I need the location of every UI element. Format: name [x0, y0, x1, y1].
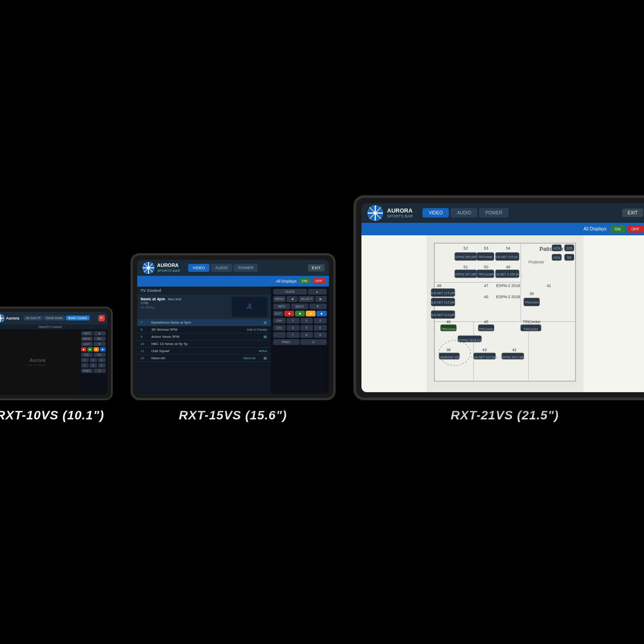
remote-exit[interactable]: EXIT: [273, 311, 284, 316]
svg-rect-19: [434, 243, 575, 381]
aurora-logo-10vs: Aurora: [0, 314, 19, 323]
ctrl-row-4: CH+ CH-: [81, 353, 106, 357]
device-21vs: AURORA SPORTS BAR VIDEO AUDIO POWER EXIT: [353, 195, 644, 422]
remote-panel-15vs: GUIDE ▲ MENU ◀ SELECT ▶ INFO: [271, 287, 329, 394]
remote-n8[interactable]: 8: [300, 332, 313, 338]
ctrl-red[interactable]: ■: [81, 347, 86, 352]
guide-item-2[interactable]: 8 3D Woman 5PM Julie & Friends: [137, 326, 271, 333]
remote-n3[interactable]: 3: [314, 318, 327, 324]
off-button-15vs[interactable]: OFF: [313, 278, 325, 284]
remote-info[interactable]: INFO: [273, 304, 291, 309]
nav-bar-10vs: Aurora AV over IP Dante Audio BoAX Contr…: [0, 312, 107, 324]
on-button-21vs[interactable]: ON: [610, 226, 625, 233]
ctrl-0[interactable]: 0: [94, 369, 106, 373]
remote-n1[interactable]: 1: [287, 318, 299, 324]
remote-yellow[interactable]: ■: [306, 311, 316, 316]
nav-tab-video-15[interactable]: VIDEO: [188, 264, 209, 272]
ctrl-blue[interactable]: ■: [100, 347, 105, 352]
remote-n4[interactable]: 4: [287, 325, 299, 331]
ctrl-info[interactable]: INFO: [81, 331, 93, 336]
show-rating: No Rating: [141, 306, 228, 309]
nav-tab-dante[interactable]: Dante Audio: [44, 316, 65, 320]
ctrl-exit[interactable]: EXIT: [81, 342, 93, 346]
remote-red[interactable]: ■: [284, 311, 294, 316]
remote-guide[interactable]: GUIDE: [273, 289, 307, 295]
nav-tab-audio-21[interactable]: AUDIO: [451, 208, 477, 217]
ctrl-ch-up[interactable]: CH+: [81, 353, 93, 357]
screen-15vs: AURORA SPORTS BAR VIDEO AUDIO POWER EXIT: [137, 260, 329, 394]
svg-text:MLB-NET 215 [A...]: MLB-NET 215 [A...]: [493, 255, 521, 259]
ctrl-row-colors: ■ ■ ■ ■: [81, 347, 106, 352]
svg-text:TRICenter: TRICenter: [478, 272, 492, 275]
remote-up[interactable]: ▲: [308, 289, 327, 295]
ctrl-ch-dn[interactable]: CH-: [94, 353, 106, 357]
guide-item-5[interactable]: 11 Odd Squad Arthur: [137, 348, 271, 355]
svg-text:ESPN-2 2018: ESPN-2 2018: [496, 294, 520, 299]
directv-controls-10vs: INFO ▲ MENU SEL EXIT ▼: [81, 331, 106, 393]
ctrl-dn[interactable]: ▼: [94, 342, 106, 346]
svg-text:MLB-NET 2 209 [A...]: MLB-NET 2 209 [A...]: [492, 272, 522, 276]
ctrl-5[interactable]: 5: [90, 363, 97, 368]
logo-21vs: AURORA SPORTS BAR: [367, 205, 413, 222]
ctrl-up[interactable]: ▲: [94, 331, 106, 336]
remote-blue[interactable]: ■: [316, 311, 326, 316]
svg-text:TRICenter: TRICenter: [441, 327, 456, 330]
ctrl-1[interactable]: 1: [81, 358, 89, 362]
ctrl-2[interactable]: 2: [90, 358, 97, 362]
remote-row-n7: 7 8 9: [273, 332, 327, 338]
directv-preview-10vs: Aurora NO SIGNAL: [0, 331, 80, 393]
devices-row: Aurora AV over IP Dante Audio BoAX Contr…: [0, 195, 644, 422]
ctrl-3[interactable]: 3: [98, 358, 106, 362]
header-15vs: AURORA SPORTS BAR VIDEO AUDIO POWER EXIT: [137, 260, 329, 276]
off-button-21vs[interactable]: OFF: [627, 226, 644, 233]
svg-text:41: 41: [546, 283, 551, 288]
guide-item-3[interactable]: 9 Action News 5PM 📺: [137, 333, 271, 340]
close-button-10vs[interactable]: ✕: [98, 315, 105, 321]
ctrl-yellow[interactable]: ■: [94, 347, 99, 352]
nav-tab-boax[interactable]: BoAX Control: [66, 316, 89, 320]
remote-menu[interactable]: MENU: [273, 296, 286, 302]
preview-logo: Aurora: [29, 357, 45, 363]
tv-control-title-15vs: TV Control: [137, 287, 271, 295]
remote-left[interactable]: ◀: [287, 296, 298, 302]
remote-n9[interactable]: 9: [314, 332, 327, 338]
ctrl-prev[interactable]: PREV: [81, 369, 93, 373]
guide-item-6[interactable]: 12 black-ish black-ish 📺: [137, 355, 271, 362]
remote-right[interactable]: ▶: [315, 296, 326, 302]
nav-tab-avip[interactable]: AV over IP: [24, 316, 43, 320]
nav-tab-power-21[interactable]: POWER: [479, 208, 509, 217]
nav-tab-video-21[interactable]: VIDEO: [422, 208, 449, 217]
remote-green[interactable]: ■: [295, 311, 305, 316]
svg-text:Projector: Projector: [528, 260, 544, 264]
remote-ch-up[interactable]: CH+: [273, 318, 286, 324]
aurora-icon-10vs: [0, 314, 5, 323]
remote-ch-dn[interactable]: CH-: [273, 325, 286, 331]
remote-n0[interactable]: 0: [300, 339, 327, 345]
ctrl-6[interactable]: 6: [98, 363, 106, 368]
exit-btn-21vs[interactable]: EXIT: [622, 209, 643, 217]
remote-n2[interactable]: 2: [300, 318, 313, 324]
remote-n7[interactable]: 7: [287, 332, 299, 338]
nav-tab-power-15[interactable]: POWER: [234, 264, 258, 272]
ctrl-sel[interactable]: SEL: [94, 336, 106, 341]
remote-down[interactable]: ▼: [309, 304, 327, 309]
svg-text:42: 42: [512, 348, 517, 352]
ctrl-green[interactable]: ■: [87, 347, 93, 352]
svg-text:54: 54: [506, 246, 510, 250]
ctrl-menu[interactable]: MENU: [81, 336, 93, 341]
remote-back[interactable]: BACK: [291, 304, 308, 309]
exit-btn-15vs[interactable]: EXIT: [308, 264, 324, 271]
remote-select[interactable]: SELECT: [299, 296, 314, 302]
remote-n6[interactable]: 6: [314, 325, 327, 331]
on-button-15vs[interactable]: ON: [299, 278, 310, 284]
remote-n5[interactable]: 5: [300, 325, 313, 331]
svg-text:59: 59: [567, 255, 571, 259]
guide-item-1[interactable]: 7 Eyewitness News at 5pm 📺: [137, 319, 271, 326]
ctrl-4[interactable]: 4: [81, 363, 89, 368]
remote-prev[interactable]: PREV: [273, 339, 299, 345]
guide-item-4[interactable]: 10 NBC 10 News at 5p 5p: [137, 340, 271, 348]
nav-tabs-10vs: AV over IP Dante Audio BoAX Control: [24, 316, 90, 320]
aurora-icon-15vs: [142, 261, 155, 275]
nav-tab-audio-15[interactable]: AUDIO: [211, 264, 233, 272]
svg-text:ESPN2 2017 [AF]: ESPN2 2017 [AF]: [500, 356, 525, 359]
